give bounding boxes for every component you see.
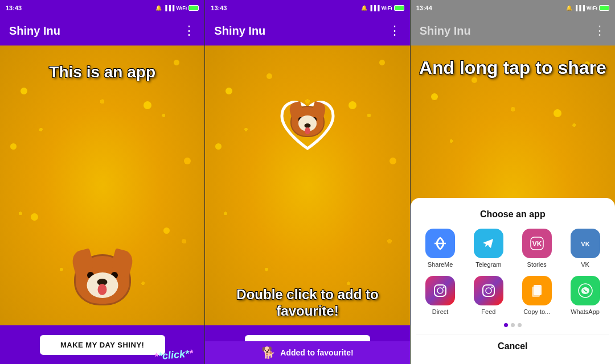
signal-icon-2: ▐▐▐ <box>369 5 380 11</box>
svg-point-7 <box>486 288 491 293</box>
share-app-vk[interactable]: VK VK <box>565 229 605 268</box>
dot-2 <box>511 323 515 327</box>
app-title-1: Shiny Inu <box>9 24 183 38</box>
dot-3 <box>518 323 522 327</box>
click-label: *click* <box>158 348 190 362</box>
status-bar-3: 13:44 🔔 ▐▐▐ WiFi <box>411 0 615 16</box>
feed-label: Feed <box>481 308 495 315</box>
click-text: **click** <box>154 348 194 363</box>
dog-in-heart <box>288 106 327 143</box>
flower-bg-2 <box>205 46 409 325</box>
panel-2: 13:43 🔔 ▐▐▐ WiFi Shiny Inu ⋮ <box>205 0 410 364</box>
share-app-stories[interactable]: VK Stories <box>517 229 557 268</box>
mute-icon-3: 🔔 <box>566 5 572 11</box>
status-bar-1: 13:43 🔔 ▐▐▐ WiFi <box>0 0 204 16</box>
dog-tongue <box>98 284 107 295</box>
app-bar-2: Shiny Inu ⋮ <box>205 16 409 46</box>
shareme-svg <box>432 235 448 251</box>
image-area-1[interactable]: This is an app <box>0 46 204 325</box>
telegram-svg <box>481 235 497 251</box>
panel-3: 13:44 🔔 ▐▐▐ WiFi Shiny Inu ⋮ <box>411 0 615 364</box>
share-app-direct[interactable]: Direct <box>420 276 460 315</box>
svg-rect-10 <box>532 287 540 297</box>
share-dialog-title: Choose an app <box>416 209 609 220</box>
svg-point-4 <box>437 288 443 293</box>
status-time-1: 13:43 <box>6 5 155 11</box>
status-icons-3: 🔔 ▐▐▐ WiFi <box>566 5 609 11</box>
mute-icon-2: 🔔 <box>361 5 367 11</box>
dog-head <box>74 254 131 305</box>
app-bar-1: Shiny Inu ⋮ <box>0 16 204 46</box>
overlay-text-3: And long tap to share <box>411 57 615 78</box>
cancel-button[interactable]: Cancel <box>416 334 609 358</box>
menu-icon-1[interactable]: ⋮ <box>183 23 195 38</box>
wifi-icon-3: WiFi <box>587 5 597 11</box>
status-icons-1: 🔔 ▐▐▐ WiFi <box>155 5 199 11</box>
whatsapp-label: WhatsApp <box>571 308 600 315</box>
make-shiny-button-1[interactable]: MAKE MY DAY SHINY! <box>40 335 165 355</box>
share-app-telegram[interactable]: Telegram <box>469 229 509 268</box>
app-title-2: Shiny Inu <box>214 24 388 38</box>
toast-icon: 🐕 <box>261 346 276 359</box>
share-pagination-dots <box>416 323 609 327</box>
battery-icon-2 <box>394 5 404 11</box>
copyto-icon <box>522 276 552 305</box>
app-bar-3: Shiny Inu ⋮ <box>411 16 615 46</box>
wifi-icon: WiFi <box>176 5 187 11</box>
dog-background-2 <box>205 46 409 325</box>
feed-svg <box>481 283 497 299</box>
wifi-icon-2: WiFi <box>382 5 392 11</box>
copyto-svg <box>529 283 545 299</box>
toast-added: 🐕 Added to favourite! <box>205 341 409 364</box>
share-dialog: Choose an app ShareMe <box>411 198 615 364</box>
menu-icon-3[interactable]: ⋮ <box>593 23 606 38</box>
whatsapp-icon <box>571 276 600 305</box>
battery-icon-3 <box>599 5 609 11</box>
shareme-label: ShareMe <box>428 261 453 268</box>
panel-1: 13:43 🔔 ▐▐▐ WiFi Shiny Inu ⋮ <box>0 0 205 364</box>
stories-label: Stories <box>527 261 547 268</box>
share-app-whatsapp[interactable]: WhatsApp <box>565 276 605 315</box>
overlay-text-2: Double click to add to favourite! <box>205 287 409 320</box>
svg-point-5 <box>443 287 445 288</box>
image-area-2[interactable]: Double click to add to favourite! <box>205 46 409 325</box>
vk-svg: VK <box>577 235 593 251</box>
copyto-label: Copy to... <box>523 308 550 315</box>
dog-face-1 <box>68 254 137 317</box>
status-bar-2: 13:43 🔔 ▐▐▐ WiFi <box>205 0 409 16</box>
signal-icon-3: ▐▐▐ <box>574 5 585 11</box>
feed-icon <box>474 276 503 305</box>
bottom-bar-2: MAKE MY DAY SHINY! 🐕 Added to favourite! <box>205 325 409 364</box>
stories-svg: VK <box>529 235 545 251</box>
shareme-icon <box>425 229 455 258</box>
direct-label: Direct <box>432 308 449 315</box>
svg-point-8 <box>491 287 493 288</box>
share-app-feed[interactable]: Feed <box>469 276 509 315</box>
status-time-2: 13:43 <box>211 5 360 11</box>
mute-icon: 🔔 <box>155 5 162 11</box>
share-apps-row-1: ShareMe Telegram VK <box>416 229 609 268</box>
app-title-3: Shiny Inu <box>420 24 593 38</box>
status-time-3: 13:44 <box>416 5 566 11</box>
svg-text:VK: VK <box>532 240 542 248</box>
heart-container <box>276 100 339 159</box>
svg-text:VK: VK <box>581 241 589 247</box>
telegram-icon <box>474 229 503 258</box>
vk-icon: VK <box>571 229 600 258</box>
toast-text: Added to favourite! <box>280 348 353 357</box>
stories-icon: VK <box>522 229 552 258</box>
share-app-copyto[interactable]: Copy to... <box>517 276 557 315</box>
menu-icon-2[interactable]: ⋮ <box>388 23 401 38</box>
direct-icon <box>425 276 455 305</box>
share-app-shareme[interactable]: ShareMe <box>420 229 460 268</box>
vk-label: VK <box>581 261 589 268</box>
asterisk-right: * <box>188 348 194 359</box>
status-icons-2: 🔔 ▐▐▐ WiFi <box>361 5 404 11</box>
dog-face-white <box>87 272 118 298</box>
bottom-bar-1: MAKE MY DAY SHINY! **click** <box>0 325 204 364</box>
dog-background-1 <box>0 46 204 325</box>
telegram-label: Telegram <box>475 261 501 268</box>
overlay-text-1: This is an app <box>0 63 204 82</box>
share-apps-row-2: Direct Feed <box>416 276 609 315</box>
battery-icon <box>188 5 199 11</box>
